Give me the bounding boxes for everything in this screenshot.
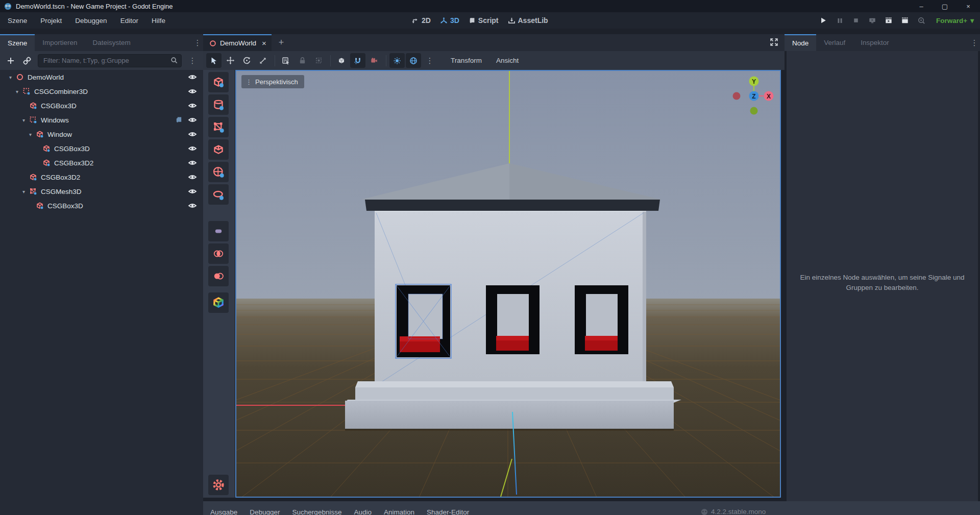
bottom-tab-ausgabe[interactable]: Ausgabe <box>210 508 237 515</box>
play-custom-scene-button[interactable] <box>900 16 910 25</box>
expand-viewport-icon[interactable] <box>770 38 778 46</box>
visibility-eye-icon[interactable] <box>188 187 197 196</box>
scale-tool-button[interactable] <box>255 53 271 68</box>
preview-camera-button[interactable] <box>366 53 382 68</box>
visibility-eye-icon[interactable] <box>188 72 197 82</box>
lock-button[interactable] <box>295 53 310 68</box>
movie-maker-button[interactable] <box>917 16 926 25</box>
play-scene-button[interactable] <box>884 16 893 25</box>
menu-szene[interactable]: Szene <box>8 17 27 24</box>
select-tool-button[interactable] <box>206 53 222 68</box>
close-button[interactable]: × <box>957 0 980 12</box>
attached-script-icon[interactable] <box>175 116 183 124</box>
new-scene-tab-button[interactable]: + <box>279 37 284 48</box>
move-tool-button[interactable] <box>223 53 238 68</box>
visibility-eye-icon[interactable] <box>188 158 197 167</box>
tree-row-csgbox3d[interactable]: CSGBox3D <box>0 199 203 213</box>
tree-row-csgbox3d2[interactable]: CSGBox3D2 <box>0 156 203 170</box>
bottom-tab-animation[interactable]: Animation <box>384 508 414 515</box>
tree-row-window[interactable]: ▾ Window <box>0 127 203 141</box>
tab-node[interactable]: Node <box>785 34 816 51</box>
chevron-down-icon[interactable]: ▾ <box>20 189 27 194</box>
menu-hilfe[interactable]: Hilfe <box>152 17 165 24</box>
workspace-3d[interactable]: 3D <box>440 16 459 24</box>
dock-options-icon[interactable]: ⋮ <box>192 34 203 51</box>
pause-button[interactable] <box>835 16 844 25</box>
bottom-tab-debugger[interactable]: Debugger <box>250 508 280 515</box>
snap-button[interactable] <box>350 53 365 68</box>
csg-sphere-button[interactable] <box>208 162 229 182</box>
scene-filter-input[interactable] <box>38 54 182 67</box>
environment-toggle-button[interactable] <box>406 53 421 68</box>
close-scene-icon[interactable]: × <box>262 39 266 47</box>
tree-row-demoworld[interactable]: ▾ DemoWorld <box>0 70 203 84</box>
transform-menu[interactable]: Transform <box>444 57 489 64</box>
settings-gear-button[interactable] <box>208 475 229 495</box>
visibility-eye-icon[interactable] <box>188 144 197 153</box>
material-cube-button[interactable] <box>208 292 229 313</box>
tab-dateisystem[interactable]: Dateisystem <box>85 34 138 51</box>
csg-box-button[interactable] <box>208 72 229 92</box>
rotate-tool-button[interactable] <box>239 53 254 68</box>
tree-options-icon[interactable]: ⋮ <box>187 56 198 65</box>
csg-mesh-button[interactable] <box>208 117 229 137</box>
scene-tab-demoworld[interactable]: DemoWorld × <box>203 34 272 51</box>
tree-row-csgmesh3d[interactable]: ▾ CSGMesh3D <box>0 184 203 199</box>
visibility-eye-icon[interactable] <box>188 101 197 110</box>
tree-row-windows[interactable]: ▾ Windows <box>0 113 203 127</box>
minimize-button[interactable]: – <box>910 0 933 12</box>
tab-verlauf[interactable]: Verlauf <box>816 34 853 51</box>
orientation-gizmo[interactable]: Y Z X <box>722 72 786 123</box>
csg-cylinder-button[interactable] <box>208 94 229 115</box>
workspace-script[interactable]: Script <box>469 16 499 24</box>
instance-scene-button[interactable] <box>20 54 34 67</box>
chevron-down-icon[interactable]: ▾ <box>14 89 20 94</box>
csg-polygon-button[interactable] <box>208 139 229 160</box>
menu-editor[interactable]: Editor <box>120 17 138 24</box>
workspace-2d[interactable]: 2D <box>411 16 431 24</box>
ansicht-menu[interactable]: Ansicht <box>489 57 526 64</box>
tab-szene[interactable]: Szene <box>0 34 35 51</box>
visibility-eye-icon[interactable] <box>188 130 197 139</box>
dock-options-icon[interactable]: ⋮ <box>969 34 980 51</box>
visibility-eye-icon[interactable] <box>188 201 197 210</box>
remote-debug-button[interactable] <box>868 16 877 25</box>
renderer-select[interactable]: Forward+ ▾ <box>936 16 974 24</box>
chevron-down-icon[interactable]: ▾ <box>7 75 14 80</box>
chevron-down-icon[interactable]: ▾ <box>20 117 27 123</box>
tree-row-csgbox3d[interactable]: CSGBox3D <box>0 99 203 113</box>
stop-button[interactable] <box>851 16 861 25</box>
chevron-down-icon[interactable]: ▾ <box>27 132 34 137</box>
add-node-button[interactable] <box>4 54 17 67</box>
capsule-shape-button[interactable] <box>208 221 229 241</box>
maximize-button[interactable]: ▢ <box>933 0 957 12</box>
viewport-3d[interactable]: ⋮ Perspektivisch Y Z X <box>235 70 781 498</box>
visibility-eye-icon[interactable] <box>188 87 197 96</box>
viewport-extra-options-icon[interactable]: ⋮ <box>424 56 435 65</box>
csg-torus-button[interactable] <box>208 184 229 205</box>
visibility-eye-icon[interactable] <box>188 115 197 125</box>
group-button[interactable] <box>311 53 326 68</box>
gizmo-x-label: X <box>767 93 771 100</box>
bottom-tab-suchergebnisse[interactable]: Suchergebnisse <box>292 508 342 515</box>
tree-row-csgbox3d[interactable]: CSGBox3D <box>0 141 203 156</box>
bottom-tab-audio[interactable]: Audio <box>354 508 372 515</box>
intersection-operation-button[interactable] <box>208 243 229 264</box>
workspace-assetlib[interactable]: AssetLib <box>508 16 548 24</box>
visibility-eye-icon[interactable] <box>188 173 197 182</box>
bottom-tab-shader-editor[interactable]: Shader-Editor <box>427 508 469 515</box>
gizmo-z-label: Z <box>752 93 755 100</box>
tab-importieren[interactable]: Importieren <box>35 34 85 51</box>
local-space-button[interactable] <box>334 53 349 68</box>
tree-row-csgcombiner3d[interactable]: ▾ CSGCombiner3D <box>0 84 203 99</box>
list-select-button[interactable] <box>278 53 293 68</box>
tab-inspektor[interactable]: Inspektor <box>853 34 897 51</box>
menu-debuggen[interactable]: Debuggen <box>75 17 107 24</box>
tree-row-csgbox3d2[interactable]: CSGBox3D2 <box>0 170 203 184</box>
perspective-menu[interactable]: ⋮ Perspektivisch <box>241 75 304 88</box>
play-button[interactable] <box>819 16 828 25</box>
menu-projekt[interactable]: Projekt <box>40 17 62 24</box>
sun-toggle-button[interactable] <box>389 53 405 68</box>
viewport-3d-scene[interactable] <box>236 71 780 497</box>
subtraction-operation-button[interactable] <box>208 266 229 286</box>
